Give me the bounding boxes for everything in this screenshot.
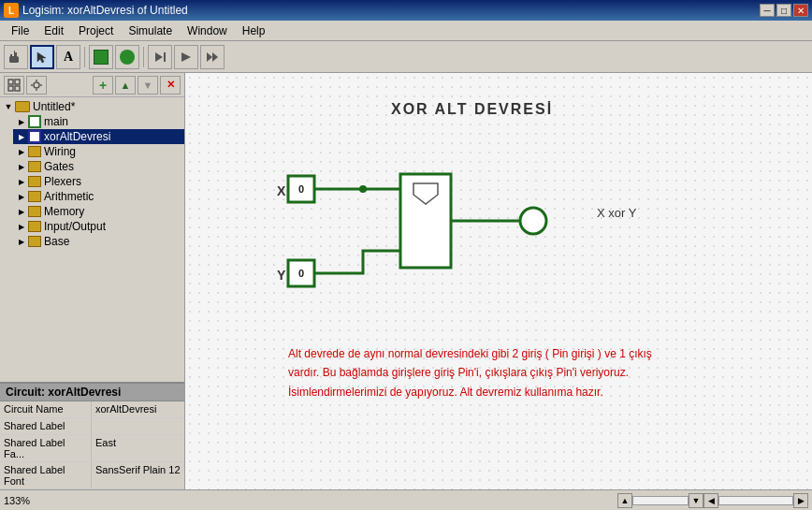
svg-marker-4 [207, 52, 212, 62]
tree-item-arithmetic[interactable]: ▶ Arithmetic [13, 189, 184, 204]
scroll-track-vertical[interactable] [632, 496, 689, 505]
tree-item-inputoutput[interactable]: ▶ Input/Output [13, 219, 184, 234]
menu-file[interactable]: File [4, 22, 36, 39]
scroll-left-button[interactable]: ◀ [703, 493, 718, 508]
expand-icon-memory[interactable]: ▶ [15, 205, 28, 218]
prop-label-name: Circuit Name [0, 401, 92, 417]
expand-icon-io[interactable]: ▶ [15, 220, 28, 233]
tree-label-base: Base [44, 235, 69, 248]
delete-component-button[interactable]: ✕ [160, 76, 181, 95]
move-down-button[interactable]: ▼ [138, 76, 158, 95]
y-pin-label: 0 [298, 268, 304, 279]
tree-label-untitled: Untitled* [33, 100, 75, 113]
scroll-down-button[interactable]: ▼ [689, 493, 703, 508]
main-layout: + ▲ ▼ ✕ ▼ Untitled* ▶ main ▶ xor [0, 73, 812, 489]
window-title: Logisim: xorAltDevresi of Untitled [22, 4, 188, 17]
component-toolbar: + ▲ ▼ ✕ [0, 73, 184, 97]
move-up-button[interactable]: ▲ [115, 76, 136, 95]
wire-y-to-gate [314, 251, 400, 273]
xor-gate-box[interactable] [400, 174, 451, 268]
menu-simulate[interactable]: Simulate [121, 22, 180, 39]
expand-icon-arithmetic[interactable]: ▶ [15, 190, 28, 203]
expand-icon-wiring[interactable]: ▶ [15, 145, 28, 158]
component-config-button[interactable] [26, 76, 47, 95]
minimize-button[interactable]: ─ [760, 4, 775, 17]
svg-rect-2 [164, 52, 166, 62]
svg-marker-0 [37, 52, 46, 63]
expand-icon-gates[interactable]: ▶ [15, 160, 28, 173]
menu-window[interactable]: Window [180, 22, 235, 39]
fast-forward-button[interactable] [200, 45, 225, 69]
expand-icon-xoralt[interactable]: ▶ [15, 130, 28, 143]
tree-item-xoralt[interactable]: ▶ xorAltDevresi [13, 129, 184, 144]
zoom-level: 133% [4, 495, 60, 506]
component-tree[interactable]: ▼ Untitled* ▶ main ▶ xorAltDevresi ▶ Wir… [0, 97, 184, 382]
hand-tool-button[interactable] [4, 45, 28, 69]
tree-item-plexers[interactable]: ▶ Plexers [13, 174, 184, 189]
add-component-button[interactable]: + [93, 76, 113, 95]
x-pin-label: 0 [298, 183, 304, 195]
junction-x [359, 185, 367, 193]
prop-label-font: Shared Label Font [0, 462, 92, 488]
maximize-button[interactable]: □ [776, 4, 791, 17]
properties-title: Circuit: xorAltDevresi [0, 384, 184, 401]
tree-item-gates[interactable]: ▶ Gates [13, 159, 184, 174]
output-pin-circle[interactable] [520, 208, 546, 234]
add-circuit-button[interactable] [89, 45, 113, 69]
component-settings-button[interactable] [4, 76, 24, 95]
prop-row-shared-facing: Shared Label Fa... East [0, 435, 184, 462]
circuit-svg: 0 0 [185, 73, 812, 489]
prop-value-shared[interactable] [92, 418, 184, 434]
svg-marker-1 [155, 52, 163, 62]
tree-item-wiring[interactable]: ▶ Wiring [13, 144, 184, 159]
text-tool-button[interactable]: A [56, 45, 80, 69]
tree-item-untitled[interactable]: ▼ Untitled* [0, 99, 184, 114]
statusbar: 133% ▲ ▼ ◀ ▶ [0, 489, 812, 510]
folder-icon-base [28, 236, 41, 247]
expand-icon-main[interactable]: ▶ [15, 115, 28, 128]
folder-icon-wiring [28, 146, 41, 157]
folder-icon-arithmetic [28, 191, 41, 202]
prop-value-font[interactable]: SansSerif Plain 12 [92, 462, 184, 488]
menubar: File Edit Project Simulate Window Help [0, 21, 812, 41]
menu-project[interactable]: Project [71, 22, 121, 39]
prop-label-shared: Shared Label [0, 418, 92, 434]
menu-edit[interactable]: Edit [36, 22, 71, 39]
canvas-area[interactable]: XOR ALT DEVRESİ X Y X xor Y 0 0 [185, 73, 812, 489]
scroll-up-button[interactable]: ▲ [617, 493, 632, 508]
scroll-right-button[interactable]: ▶ [793, 493, 808, 508]
svg-rect-8 [8, 86, 13, 91]
expand-icon-plexers[interactable]: ▶ [15, 175, 28, 188]
scroll-track-horizontal[interactable] [718, 496, 793, 505]
play-button[interactable] [174, 45, 198, 69]
expand-icon[interactable]: ▼ [2, 100, 15, 113]
expand-icon-base[interactable]: ▶ [15, 235, 28, 248]
info-text: Alt devrede de aynı normal devresindeki … [288, 344, 793, 401]
close-button[interactable]: ✕ [793, 4, 808, 17]
prop-row-name: Circuit Name xorAltDevresi [0, 401, 184, 418]
subcircuit-icon [28, 130, 41, 143]
svg-marker-5 [212, 52, 218, 62]
tree-label-main: main [44, 115, 68, 128]
prop-value-facing[interactable]: East [92, 435, 184, 461]
tree-label-memory: Memory [44, 205, 84, 218]
folder-icon-memory [28, 206, 41, 217]
tree-item-main[interactable]: ▶ main [13, 114, 184, 129]
prop-label-facing: Shared Label Fa... [0, 435, 92, 461]
step-play-button[interactable] [148, 45, 172, 69]
info-line3: İsimlendirmelerimizi de yapıyoruz. Alt d… [288, 386, 603, 399]
select-tool-button[interactable] [30, 45, 54, 69]
tree-label-gates: Gates [44, 160, 74, 173]
left-panel: + ▲ ▼ ✕ ▼ Untitled* ▶ main ▶ xor [0, 73, 185, 489]
folder-icon-gates [28, 161, 41, 172]
prop-row-shared-label: Shared Label [0, 418, 184, 435]
scroll-controls: ▲ ▼ ◀ ▶ [617, 493, 808, 508]
run-button[interactable] [115, 45, 139, 69]
tree-item-memory[interactable]: ▶ Memory [13, 204, 184, 219]
menu-help[interactable]: Help [235, 22, 273, 39]
prop-row-shared-font: Shared Label Font SansSerif Plain 12 [0, 462, 184, 489]
prop-value-name[interactable]: xorAltDevresi [92, 401, 184, 417]
tree-item-base[interactable]: ▶ Base [13, 234, 184, 249]
info-line1: Alt devrede de aynı normal devresindeki … [288, 347, 652, 360]
tree-label-io: Input/Output [44, 220, 106, 233]
